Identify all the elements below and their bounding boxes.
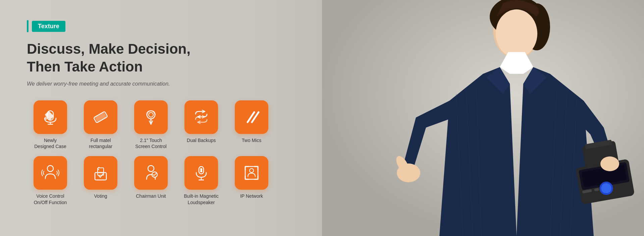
newly-designed-case-icon-box <box>34 100 67 134</box>
feature-newly-designed-case: NewlyDesigned Case <box>27 100 74 149</box>
feature-ip-network: IP Network <box>228 156 275 205</box>
rect-icon <box>92 108 110 126</box>
chairman-icon <box>142 164 160 182</box>
ip-network-icon-box <box>235 156 268 190</box>
chairman-unit-icon-box <box>134 156 168 190</box>
network-icon <box>243 164 261 182</box>
speaker-icon <box>192 164 210 182</box>
svg-point-43 <box>201 171 202 172</box>
svg-point-37 <box>148 166 154 172</box>
texture-bar <box>27 20 29 32</box>
svg-point-23 <box>600 156 619 171</box>
voice-control-label: Voice ControlOn/Off Function <box>34 193 67 205</box>
content-area: Texture Discuss, Make Decision, Then Tak… <box>0 0 322 236</box>
touch-screen-label: 2.1" TouchScreen Control <box>135 137 166 149</box>
feature-two-mics: Two Mics <box>228 100 275 149</box>
subtitle: We deliver worry-free meeting and accura… <box>27 81 295 87</box>
features-grid: NewlyDesigned Case Full matelrectangular <box>27 100 295 205</box>
texture-label: Texture <box>32 21 65 32</box>
touch-icon <box>142 108 160 126</box>
two-mics-icon-box <box>235 100 268 134</box>
dual-backups-icon-box <box>184 100 218 134</box>
ip-network-label: IP Network <box>240 193 263 199</box>
svg-point-4 <box>496 9 537 58</box>
svg-point-45 <box>250 169 254 173</box>
voice-icon <box>41 164 59 182</box>
feature-chairman-unit: Chairman Unit <box>127 156 174 205</box>
full-matel-rectangular-label: Full matelrectangular <box>89 137 112 149</box>
voting-label: Voting <box>94 193 107 199</box>
photo-area <box>322 0 644 236</box>
builtin-speaker-label: Built-in MagneticLoudspeaker <box>184 193 219 205</box>
feature-touch-screen: 2.1" TouchScreen Control <box>127 100 174 149</box>
two-mics-label: Two Mics <box>242 137 261 143</box>
vote-icon <box>92 164 110 182</box>
dual-backups-label: Dual Backups <box>187 137 216 143</box>
svg-rect-28 <box>95 112 106 122</box>
mics-icon <box>243 108 261 126</box>
feature-builtin-speaker: Built-in MagneticLoudspeaker <box>178 156 225 205</box>
person-illustration <box>322 0 644 236</box>
svg-point-42 <box>201 169 202 170</box>
main-title: Discuss, Make Decision, Then Take Action <box>27 40 295 76</box>
voting-icon-box <box>84 156 117 190</box>
backup-icon <box>192 108 210 126</box>
feature-dual-backups: Dual Backups <box>178 100 225 149</box>
builtin-speaker-icon-box <box>184 156 218 190</box>
full-matel-rectangular-icon-box <box>84 100 117 134</box>
svg-point-30 <box>149 112 153 117</box>
texture-badge: Texture <box>27 20 65 32</box>
feature-voice-control: Voice ControlOn/Off Function <box>27 156 74 205</box>
svg-point-33 <box>47 166 53 172</box>
case-icon <box>41 108 59 126</box>
feature-voting: Voting <box>77 156 124 205</box>
chairman-unit-label: Chairman Unit <box>136 193 166 199</box>
voice-control-icon-box <box>34 156 67 190</box>
touch-screen-icon-box <box>134 100 168 134</box>
newly-designed-case-label: NewlyDesigned Case <box>34 137 66 149</box>
svg-point-29 <box>147 111 155 119</box>
feature-full-matel-rectangular: Full matelrectangular <box>77 100 124 149</box>
